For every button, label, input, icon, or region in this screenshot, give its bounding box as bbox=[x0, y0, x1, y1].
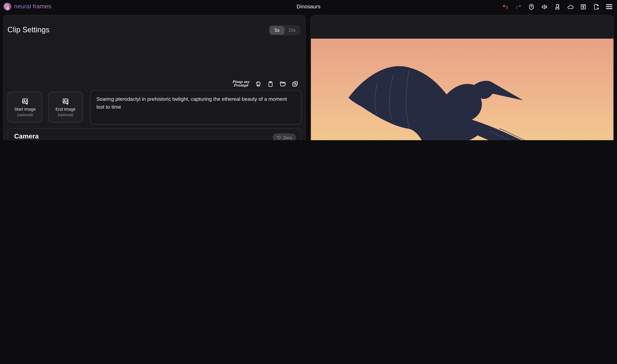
end-image-label: End Image bbox=[55, 106, 76, 111]
app-window: neural frames Dinosaurs Clip Settings 5s… bbox=[0, 0, 617, 140]
end-image-note: (optional) bbox=[58, 112, 73, 117]
clip-settings-panel: Clip Settings 5s 10s Pimp my Prompt Star… bbox=[3, 15, 306, 140]
panel-title: Clip Settings bbox=[7, 26, 49, 34]
pterodactyl-frame bbox=[311, 39, 614, 140]
crystal-ball-icon[interactable] bbox=[255, 80, 262, 87]
start-image-note: (optional) bbox=[17, 112, 33, 117]
cloud-icon[interactable] bbox=[567, 3, 574, 10]
reset-icon bbox=[277, 135, 281, 140]
camera-title: Camera bbox=[14, 133, 39, 140]
duration-toggle: 5s 10s bbox=[269, 25, 300, 36]
camera-section: Camera Zero Zoom 0 Horizontal 0 Ver bbox=[7, 128, 301, 140]
pimp-my-prompt-button[interactable]: Pimp my Prompt bbox=[232, 80, 250, 87]
top-bar: neural frames Dinosaurs bbox=[0, 0, 617, 13]
preview-panel bbox=[310, 15, 614, 140]
start-image-upload[interactable]: Start Image (optional) bbox=[7, 92, 42, 122]
prompt-input[interactable]: Soaring pterodactyl in prehistoric twili… bbox=[90, 90, 302, 124]
topbar-actions bbox=[502, 0, 612, 13]
zero-label: Zero bbox=[283, 135, 292, 140]
volume-icon[interactable] bbox=[541, 3, 548, 10]
duplicate-plus-icon[interactable] bbox=[292, 80, 298, 87]
open-folder-icon[interactable] bbox=[279, 80, 286, 87]
prompt-toolbar: Pimp my Prompt bbox=[232, 80, 298, 87]
duration-option-10s[interactable]: 10s bbox=[284, 26, 300, 35]
image-plus-icon bbox=[21, 97, 29, 105]
clipboard-icon[interactable] bbox=[267, 80, 274, 87]
duration-option-5s[interactable]: 5s bbox=[270, 26, 284, 35]
metronome-icon[interactable] bbox=[554, 3, 561, 10]
menu-icon[interactable] bbox=[606, 4, 612, 9]
image-plus-icon bbox=[62, 97, 69, 105]
redo-icon[interactable] bbox=[515, 3, 522, 10]
save-icon[interactable] bbox=[580, 3, 587, 10]
export-icon[interactable] bbox=[593, 3, 600, 10]
end-image-upload[interactable]: End Image (optional) bbox=[48, 92, 83, 122]
pimp-line2: Prompt bbox=[232, 84, 250, 87]
undo-icon[interactable] bbox=[502, 3, 509, 10]
help-icon[interactable] bbox=[528, 3, 535, 10]
start-image-label: Start Image bbox=[14, 106, 36, 111]
camera-zero-button[interactable]: Zero bbox=[273, 133, 296, 140]
video-preview[interactable] bbox=[311, 39, 614, 140]
